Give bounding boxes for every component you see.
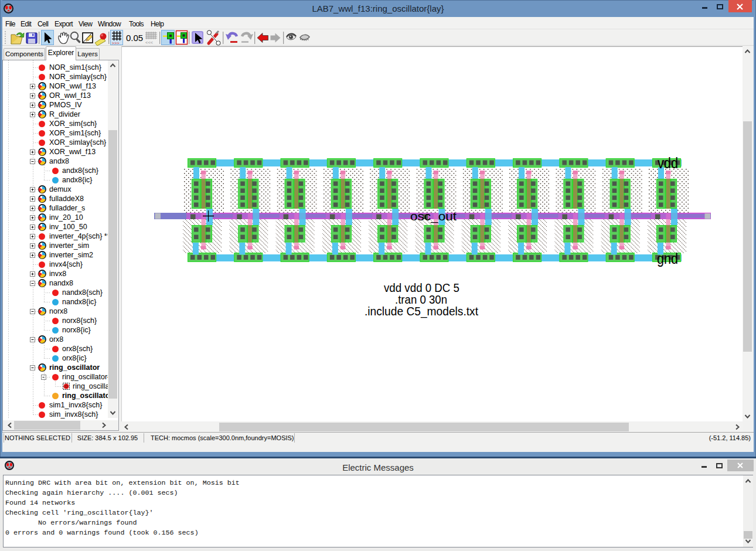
svg-text:.include C5_models.txt: .include C5_models.txt [365,305,478,318]
svg-text:osc_out: osc_out [410,209,457,223]
svg-text:0.05: 0.05 [126,33,143,43]
svg-text:gnd: gnd [657,250,678,267]
svg-text:vdd: vdd [658,154,678,172]
svg-text:vdd vdd 0 DC 5: vdd vdd 0 DC 5 [384,281,459,294]
svg-text:<<<: <<< [145,40,154,45]
svg-text:.tran 0 30n: .tran 0 30n [395,293,447,306]
svg-text:>>>: >>> [112,40,120,46]
